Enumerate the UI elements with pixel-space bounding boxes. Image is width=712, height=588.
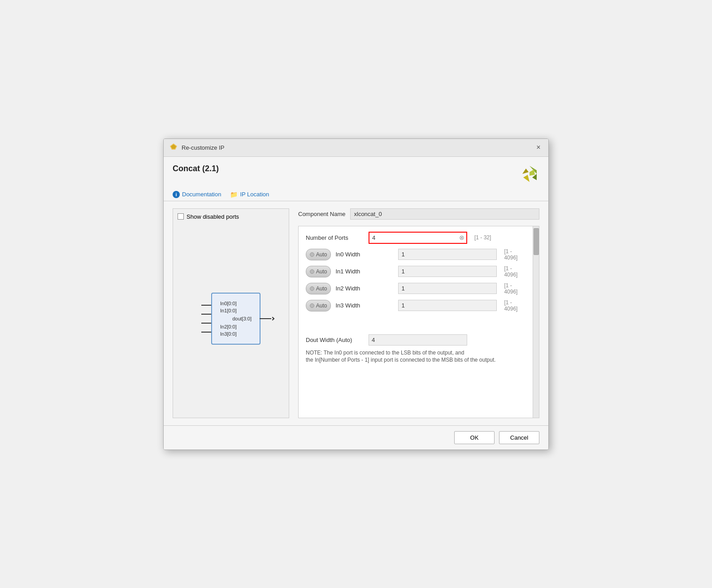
ip-location-link[interactable]: 📁 IP Location (230, 191, 269, 198)
dout-width-input[interactable] (369, 334, 467, 346)
number-of-ports-input[interactable] (369, 232, 467, 244)
in0-auto-label: Auto (316, 251, 327, 258)
header-logo (520, 164, 539, 184)
in3-width-range: [1 - 4096] (504, 299, 525, 312)
component-name-row: Component Name (298, 208, 539, 220)
params-content: Number of Ports ⊗ [1 - 32] Auto (299, 226, 533, 418)
in0-width-input-wrap (398, 249, 497, 260)
title-bar-text: Re-customize IP (182, 144, 224, 151)
number-of-ports-range: [1 - 32] (474, 234, 491, 241)
dialog-title: Concat (2.1) (173, 164, 219, 173)
show-disabled-ports-row: Show disabled ports (178, 213, 284, 220)
wire-row-in1 (201, 314, 211, 315)
number-of-ports-row: Number of Ports ⊗ [1 - 32] (306, 232, 525, 244)
in3-width-label: In3 Width (335, 302, 394, 309)
number-of-ports-label: Number of Ports (306, 234, 364, 241)
in1-width-label: In1 Width (335, 268, 394, 275)
wire-row-in3 (201, 332, 211, 333)
note-text: NOTE: The In0 port is connected to the L… (306, 349, 525, 364)
title-bar-left: Re-customize IP (169, 143, 224, 153)
in0-auto-button[interactable]: Auto (306, 249, 331, 260)
wire-out (260, 318, 271, 319)
dialog-header: Concat (2.1) (164, 157, 548, 188)
arrow-out (271, 317, 274, 320)
show-disabled-ports-checkbox[interactable] (178, 213, 184, 220)
in3-auto-button[interactable]: Auto (306, 300, 331, 311)
in0-width-row: Auto In0 Width [1 - 4096] (306, 248, 525, 261)
scrollbar-thumb[interactable] (534, 228, 539, 255)
wire-row-in0 (201, 305, 211, 306)
dialog-body: Show disabled ports (164, 201, 548, 425)
auto-dot (310, 269, 314, 274)
in1-auto-label: Auto (316, 268, 327, 275)
number-of-ports-input-wrap: ⊗ (369, 232, 467, 244)
component-name-label: Component Name (298, 211, 346, 217)
in0-width-range: [1 - 4096] (504, 248, 525, 261)
block-box: In0[0:0] In1[0:0] dout[3:0] In2[0:0] In3… (211, 293, 260, 345)
svg-marker-4 (523, 175, 530, 182)
block-diagram: In0[0:0] In1[0:0] dout[3:0] In2[0:0] In3… (178, 225, 284, 413)
toolbar: i Documentation 📁 IP Location (164, 188, 548, 201)
in1-width-row: Auto In1 Width [1 - 4096] (306, 265, 525, 278)
documentation-label: Documentation (182, 191, 221, 198)
block-container: In0[0:0] In1[0:0] dout[3:0] In2[0:0] In3… (201, 293, 260, 345)
port-out-label: dout[3:0] (232, 316, 252, 321)
documentation-link[interactable]: i Documentation (173, 191, 221, 198)
dout-width-row: Dout Width (Auto) (306, 334, 525, 346)
in1-width-input-wrap (398, 266, 497, 277)
svg-marker-5 (522, 169, 529, 174)
close-button[interactable]: × (534, 143, 543, 152)
params-panel: Number of Ports ⊗ [1 - 32] Auto (298, 226, 539, 418)
component-name-input[interactable] (350, 208, 540, 220)
in3-width-input[interactable] (398, 300, 497, 311)
folder-icon: 📁 (230, 191, 238, 198)
input-wires (201, 305, 211, 333)
port-in3-label: In3[0:0] (220, 330, 252, 337)
in3-width-row: Auto In3 Width [1 - 4096] (306, 299, 525, 312)
right-panel: Component Name Number of Ports ⊗ [1 - 32… (298, 208, 539, 418)
clear-number-of-ports-icon[interactable]: ⊗ (459, 234, 465, 241)
auto-dot (310, 286, 314, 291)
auto-dot (310, 252, 314, 257)
in2-auto-button[interactable]: Auto (306, 283, 331, 294)
in2-width-row: Auto In2 Width [1 - 4096] (306, 282, 525, 295)
ip-location-label: IP Location (240, 191, 269, 198)
in3-width-input-wrap (398, 300, 497, 311)
ok-button[interactable]: OK (454, 431, 495, 444)
in2-width-label: In2 Width (335, 285, 394, 292)
in3-auto-label: Auto (316, 303, 327, 309)
wire-in3 (201, 332, 211, 333)
svg-marker-6 (530, 169, 535, 176)
spacer (306, 316, 525, 330)
dialog-footer: OK Cancel (164, 425, 548, 450)
title-bar: Re-customize IP × (164, 139, 548, 157)
title-bar-logo (169, 143, 178, 153)
wire-row-in2 (201, 323, 211, 324)
cancel-button[interactable]: Cancel (499, 431, 539, 444)
re-customize-ip-dialog: Re-customize IP × Concat (2.1) i Documen… (163, 138, 549, 450)
in2-width-input[interactable] (398, 283, 497, 294)
dout-width-label: Dout Width (Auto) (306, 337, 364, 343)
left-panel: Show disabled ports (173, 208, 289, 418)
wire-in1 (201, 314, 211, 315)
show-disabled-ports-label: Show disabled ports (187, 213, 239, 220)
in1-width-range: [1 - 4096] (504, 265, 525, 278)
port-out-row: dout[3:0] (220, 316, 252, 321)
in1-width-input[interactable] (398, 266, 497, 277)
auto-dot (310, 303, 314, 308)
in2-width-range: [1 - 4096] (504, 282, 525, 295)
in1-auto-button[interactable]: Auto (306, 266, 331, 277)
in0-width-input[interactable] (398, 249, 497, 260)
in0-width-label: In0 Width (335, 251, 394, 258)
port-in2-label: In2[0:0] (220, 323, 252, 330)
wire-in2 (201, 323, 211, 324)
info-icon: i (173, 191, 180, 198)
in2-auto-label: Auto (316, 285, 327, 292)
wire-in0 (201, 305, 211, 306)
scrollbar-track[interactable] (533, 226, 539, 418)
in2-width-input-wrap (398, 283, 497, 294)
port-in0-label: In0[0:0] (220, 300, 252, 307)
port-in1-label: In1[0:0] (220, 307, 252, 314)
